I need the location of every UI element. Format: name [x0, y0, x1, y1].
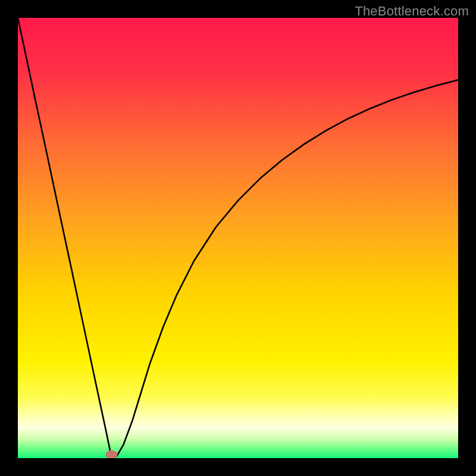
attribution-label: TheBottleneck.com [355, 4, 469, 19]
chart-svg [18, 18, 458, 458]
gradient-background [18, 18, 458, 458]
chart-container: TheBottleneck.com [0, 0, 476, 476]
plot-area [18, 18, 458, 458]
